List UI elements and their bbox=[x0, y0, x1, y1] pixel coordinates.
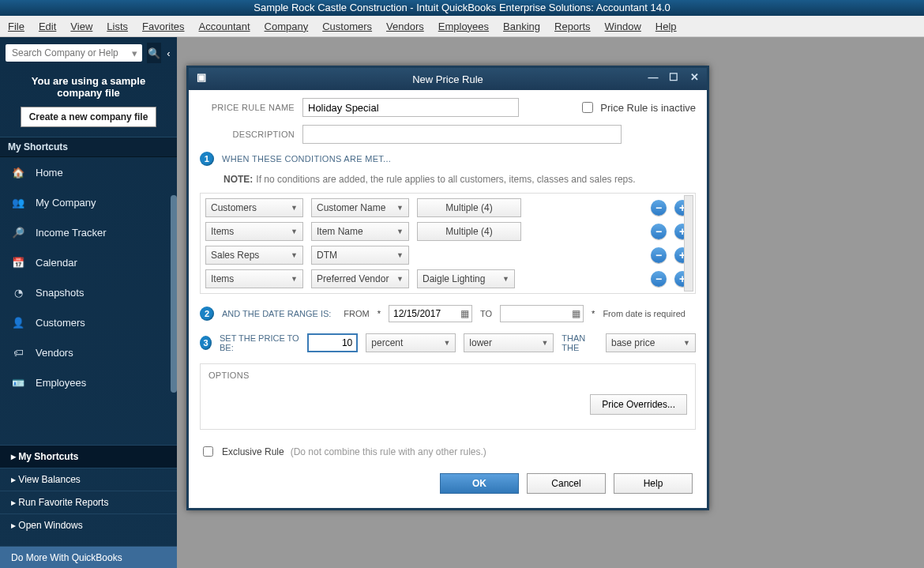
sidebar-item-label: Income Tracker bbox=[36, 227, 107, 239]
section3-heading: SET THE PRICE TO BE: bbox=[220, 333, 299, 352]
chevron-down-icon: ▼ bbox=[396, 251, 404, 259]
from-date-input[interactable] bbox=[389, 307, 457, 321]
conditions-scrollbar[interactable] bbox=[684, 195, 693, 292]
price-value-input[interactable] bbox=[307, 333, 358, 352]
menu-view[interactable]: View bbox=[70, 21, 92, 32]
cond-type-select[interactable]: Items▼ bbox=[205, 222, 303, 241]
sidebar-item-income-tracker[interactable]: 🔎 Income Tracker bbox=[0, 217, 177, 247]
help-button[interactable]: Help bbox=[614, 473, 693, 494]
piechart-icon: ◔ bbox=[11, 285, 25, 299]
menu-favorites[interactable]: Favorites bbox=[142, 21, 184, 32]
search-wrap: ▾ bbox=[6, 44, 142, 62]
cond-value-select[interactable]: Daigle Lighting▼ bbox=[417, 269, 515, 288]
menu-reports[interactable]: Reports bbox=[554, 21, 591, 32]
sidebar-item-label: Customers bbox=[36, 317, 85, 329]
chevron-down-icon: ▼ bbox=[683, 339, 690, 347]
cond-type-select[interactable]: Sales Reps▼ bbox=[205, 246, 303, 265]
sidebar-item-home[interactable]: 🏠 Home bbox=[0, 157, 177, 187]
sidebar-bottom-runfavreports[interactable]: ▸ Run Favorite Reports bbox=[0, 491, 177, 513]
menu-employees[interactable]: Employees bbox=[438, 21, 489, 32]
menu-accountant[interactable]: Accountant bbox=[199, 21, 250, 32]
sidebar-item-mycompany[interactable]: 👥 My Company bbox=[0, 187, 177, 217]
cond-type-select[interactable]: Customers▼ bbox=[205, 198, 303, 217]
description-input[interactable] bbox=[302, 125, 622, 144]
sidebar-scrollbar[interactable] bbox=[171, 195, 177, 393]
search-button[interactable]: 🔍 bbox=[147, 43, 161, 63]
chevron-down-icon: ▼ bbox=[291, 251, 298, 259]
than-the-label: THAN THE bbox=[562, 333, 598, 352]
content-area: ▣ New Price Rule — ☐ ✕ PRICE RULE NAME P… bbox=[177, 37, 924, 568]
exclusive-rule-hint: (Do not combine this rule with any other… bbox=[291, 446, 486, 457]
menu-vendors[interactable]: Vendors bbox=[386, 21, 424, 32]
close-icon[interactable]: ✕ bbox=[688, 71, 701, 83]
price-direction-select[interactable]: lower▼ bbox=[464, 333, 554, 352]
step-1-badge: 1 bbox=[200, 152, 214, 166]
dialog-menu-icon[interactable]: ▣ bbox=[195, 71, 208, 83]
banner-line2: company file bbox=[8, 87, 169, 99]
sidebar-item-label: Vendors bbox=[36, 347, 73, 359]
sidebar-item-snapshots[interactable]: ◔ Snapshots bbox=[0, 277, 177, 307]
sidebar-item-customers[interactable]: 👤 Customers bbox=[0, 307, 177, 337]
sidebar-bottom-myshortcuts[interactable]: ▸ My Shortcuts bbox=[0, 445, 177, 468]
cond-field-select[interactable]: Item Name▼ bbox=[311, 222, 409, 241]
vendor-icon: 🏷 bbox=[11, 345, 25, 359]
price-basis-select[interactable]: base price▼ bbox=[606, 333, 696, 352]
menu-lists[interactable]: Lists bbox=[107, 21, 128, 32]
condition-row: Customers▼ Customer Name▼ Multiple (4) −… bbox=[205, 198, 690, 217]
cond-field-select[interactable]: Customer Name▼ bbox=[311, 198, 409, 217]
inactive-checkbox[interactable] bbox=[582, 102, 593, 113]
menu-edit[interactable]: Edit bbox=[39, 21, 56, 32]
sidebar-item-calendar[interactable]: 📅 Calendar bbox=[0, 247, 177, 277]
price-overrides-button[interactable]: Price Overrides... bbox=[590, 394, 687, 415]
menu-file[interactable]: File bbox=[8, 21, 24, 32]
menu-help[interactable]: Help bbox=[655, 21, 677, 32]
remove-condition-button[interactable]: − bbox=[651, 224, 667, 239]
name-label: PRICE RULE NAME bbox=[200, 103, 302, 112]
calendar-icon[interactable]: ▦ bbox=[457, 308, 471, 319]
cond-value-button[interactable]: Multiple (4) bbox=[417, 222, 521, 241]
exclusive-rule-checkbox[interactable] bbox=[203, 446, 213, 457]
panel-collapse-button[interactable]: ‹ bbox=[166, 43, 171, 62]
sample-file-banner: You are using a sample company file Crea… bbox=[0, 69, 177, 137]
from-required-label: From date is required bbox=[603, 309, 685, 318]
conditions-area: Customers▼ Customer Name▼ Multiple (4) −… bbox=[200, 193, 696, 294]
inactive-label: Price Rule is inactive bbox=[600, 102, 696, 114]
from-date-wrap: ▦ bbox=[389, 305, 472, 322]
price-rule-name-input[interactable] bbox=[302, 98, 519, 117]
menu-company[interactable]: Company bbox=[265, 21, 309, 32]
calendar-icon[interactable]: ▦ bbox=[569, 308, 583, 319]
cond-value-button[interactable]: Multiple (4) bbox=[417, 198, 521, 217]
calendar-icon: 📅 bbox=[11, 255, 25, 269]
menu-banking[interactable]: Banking bbox=[503, 21, 540, 32]
cond-field-select[interactable]: DTM▼ bbox=[311, 246, 409, 265]
cancel-button[interactable]: Cancel bbox=[527, 473, 606, 494]
employee-icon: 🪪 bbox=[11, 375, 25, 389]
sidebar: ▾ 🔍 ‹ You are using a sample company fil… bbox=[0, 37, 177, 568]
magnify-dollar-icon: 🔎 bbox=[11, 225, 25, 239]
chevron-down-icon[interactable]: ▾ bbox=[132, 47, 137, 59]
menu-customers[interactable]: Customers bbox=[322, 21, 372, 32]
menu-window[interactable]: Window bbox=[605, 21, 641, 32]
sidebar-item-employees[interactable]: 🪪 Employees bbox=[0, 367, 177, 397]
inactive-check[interactable]: Price Rule is inactive bbox=[579, 100, 696, 115]
sidebar-domore[interactable]: Do More With QuickBooks bbox=[0, 546, 177, 568]
cond-field-select[interactable]: Preferred Vendor▼ bbox=[311, 269, 409, 288]
sidebar-bottom-viewbalances[interactable]: ▸ View Balances bbox=[0, 468, 177, 491]
sidebar-bottom-openwindows[interactable]: ▸ Open Windows bbox=[0, 513, 177, 536]
remove-condition-button[interactable]: − bbox=[651, 271, 667, 287]
sidebar-item-vendors[interactable]: 🏷 Vendors bbox=[0, 337, 177, 367]
maximize-icon[interactable]: ☐ bbox=[667, 71, 680, 83]
person-icon: 👤 bbox=[11, 315, 25, 329]
dialog-titlebar: ▣ New Price Rule — ☐ ✕ bbox=[189, 68, 707, 90]
search-input[interactable] bbox=[10, 47, 132, 59]
to-date-input[interactable] bbox=[501, 307, 569, 321]
minimize-icon[interactable]: — bbox=[647, 71, 659, 83]
create-company-button[interactable]: Create a new company file bbox=[21, 107, 157, 127]
remove-condition-button[interactable]: − bbox=[651, 247, 667, 263]
cond-type-select[interactable]: Items▼ bbox=[205, 269, 303, 288]
dialog-title: New Price Rule bbox=[412, 73, 483, 85]
price-unit-select[interactable]: percent▼ bbox=[366, 333, 456, 352]
ok-button[interactable]: OK bbox=[440, 473, 519, 494]
remove-condition-button[interactable]: − bbox=[651, 200, 667, 216]
exclusive-rule-label: Exclusive Rule bbox=[222, 446, 284, 457]
